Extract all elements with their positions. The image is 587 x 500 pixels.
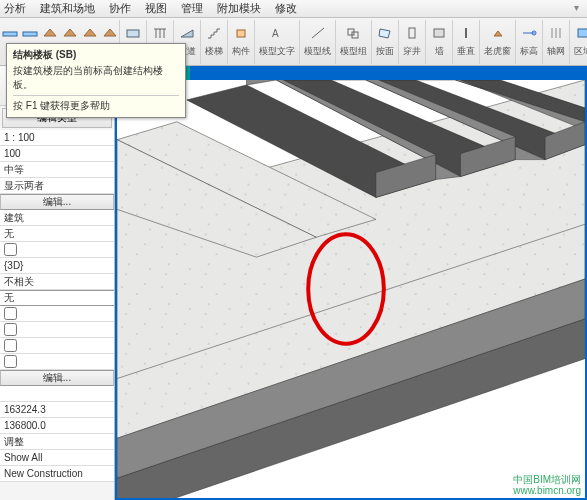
model-text-icon[interactable]: A <box>268 22 286 44</box>
property-checkbox[interactable] <box>4 323 17 336</box>
tooltip-body: 按建筑楼层的当前标高创建结构楼板。 <box>13 64 179 92</box>
watermark-text: 中国BIM培训网 <box>513 474 581 485</box>
property-row: Show All <box>0 450 114 466</box>
property-row[interactable] <box>0 306 114 322</box>
property-checkbox[interactable] <box>4 243 17 256</box>
ribbon-group: 构件 <box>228 20 255 64</box>
property-row[interactable]: 编辑... <box>0 194 114 210</box>
svg-marker-3 <box>64 29 76 36</box>
menu-bar: 分析 建筑和场地 协作 视图 管理 附加模块 修改 ▾ <box>0 0 587 18</box>
scene <box>117 80 585 498</box>
ribbon-group: 老虎窗 <box>480 20 516 64</box>
property-value: 无 <box>4 291 14 305</box>
property-value: Show All <box>4 452 42 463</box>
property-value: New Construction <box>4 468 83 479</box>
panel-icon[interactable] <box>124 22 142 44</box>
property-row[interactable] <box>0 338 114 354</box>
property-value: {3D} <box>4 260 23 271</box>
properties-panel: 编辑类型 1 : 100100中等显示两者编辑...建筑无{3D}不相关无编辑.… <box>0 66 115 500</box>
ribbon-group: A模型文字 <box>255 20 300 64</box>
ribbon-group: 轴网 <box>543 20 570 64</box>
tooltip-help: 按 F1 键获得更多帮助 <box>13 99 179 113</box>
property-row[interactable]: 无 <box>0 290 114 306</box>
property-row: 显示两者 <box>0 178 114 194</box>
level-icon[interactable] <box>520 22 538 44</box>
group-icon[interactable] <box>345 22 363 44</box>
area-icon[interactable] <box>574 22 587 44</box>
menu-item[interactable]: 分析 <box>4 1 26 16</box>
svg-rect-19 <box>434 29 444 37</box>
property-row: 163224.3 <box>0 402 114 418</box>
roof-icon[interactable] <box>81 22 99 44</box>
property-row[interactable] <box>0 354 114 370</box>
watermark-url: www.bimcn.org <box>513 485 581 496</box>
floor-icon[interactable] <box>1 22 19 44</box>
menu-item[interactable]: 协作 <box>109 1 131 16</box>
property-row[interactable] <box>0 322 114 338</box>
menu-item[interactable]: 附加模块 <box>217 1 261 16</box>
model-line-icon[interactable] <box>309 22 327 44</box>
workarea: 编辑类型 1 : 100100中等显示两者编辑...建筑无{3D}不相关无编辑.… <box>0 66 587 500</box>
property-row: 136800.0 <box>0 418 114 434</box>
svg-rect-27 <box>578 29 587 37</box>
property-checkbox[interactable] <box>4 307 17 320</box>
property-row[interactable]: 编辑... <box>0 370 114 386</box>
svg-marker-17 <box>379 29 390 38</box>
ribbon-group: 穿井 <box>399 20 426 64</box>
dormer-icon[interactable] <box>489 22 507 44</box>
property-value: 建筑 <box>4 211 24 225</box>
svg-marker-2 <box>44 29 56 36</box>
property-checkbox[interactable] <box>4 355 17 368</box>
svg-rect-18 <box>409 28 415 38</box>
property-row[interactable] <box>0 242 114 258</box>
property-row: New Construction <box>0 466 114 482</box>
qat-dropdown-icon[interactable]: ▾ <box>574 2 579 13</box>
menu-item[interactable]: 视图 <box>145 1 167 16</box>
property-value: 调整 <box>4 435 24 449</box>
property-row: 无 <box>0 226 114 242</box>
floor-icon[interactable] <box>21 22 39 44</box>
property-row: 1 : 100 <box>0 130 114 146</box>
viewport-3d[interactable]: 临时隐藏/隔离 <box>115 66 587 500</box>
property-row <box>0 386 114 402</box>
svg-marker-11 <box>181 30 193 37</box>
property-row: 不相关 <box>0 274 114 290</box>
watermark: 中国BIM培训网 www.bimcn.org <box>513 474 581 496</box>
roof-icon[interactable] <box>101 22 119 44</box>
property-value: 编辑... <box>43 195 71 209</box>
ribbon-group: 垂直 <box>453 20 480 64</box>
tooltip: 结构楼板 (SB) 按建筑楼层的当前标高创建结构楼板。 按 F1 键获得更多帮助 <box>6 43 186 118</box>
ribbon: 结构楼板 (SB) 按建筑楼层的当前标高创建结构楼板。 按 F1 键获得更多帮助… <box>0 18 587 66</box>
property-row: 100 <box>0 146 114 162</box>
menu-item[interactable]: 修改 <box>275 1 297 16</box>
grid-icon[interactable] <box>547 22 565 44</box>
vertical-icon[interactable] <box>457 22 475 44</box>
shaft-icon[interactable] <box>403 22 421 44</box>
property-value: 不相关 <box>4 275 34 289</box>
stair-icon[interactable] <box>205 22 223 44</box>
roof-icon[interactable] <box>61 22 79 44</box>
ribbon-group: 按面 <box>372 20 399 64</box>
model-render <box>117 80 585 498</box>
property-row: 建筑 <box>0 210 114 226</box>
wall-icon[interactable] <box>430 22 448 44</box>
property-row: 中等 <box>0 162 114 178</box>
roof-icon[interactable] <box>41 22 59 44</box>
svg-rect-12 <box>237 30 245 37</box>
property-checkbox[interactable] <box>4 339 17 352</box>
railing-icon[interactable] <box>151 22 169 44</box>
ribbon-group: 墙 <box>426 20 453 64</box>
svg-line-14 <box>312 28 324 38</box>
by-face-icon[interactable] <box>376 22 394 44</box>
property-value: 136800.0 <box>4 420 46 431</box>
menu-item[interactable]: 管理 <box>181 1 203 16</box>
svg-rect-1 <box>23 32 37 36</box>
ramp-icon[interactable] <box>178 22 196 44</box>
property-value: 显示两者 <box>4 179 44 193</box>
menu-item[interactable]: 建筑和场地 <box>40 1 95 16</box>
property-value: 中等 <box>4 163 24 177</box>
property-value: 100 <box>4 148 21 159</box>
component-icon[interactable] <box>232 22 250 44</box>
svg-marker-5 <box>104 29 116 36</box>
property-value: 无 <box>4 227 14 241</box>
